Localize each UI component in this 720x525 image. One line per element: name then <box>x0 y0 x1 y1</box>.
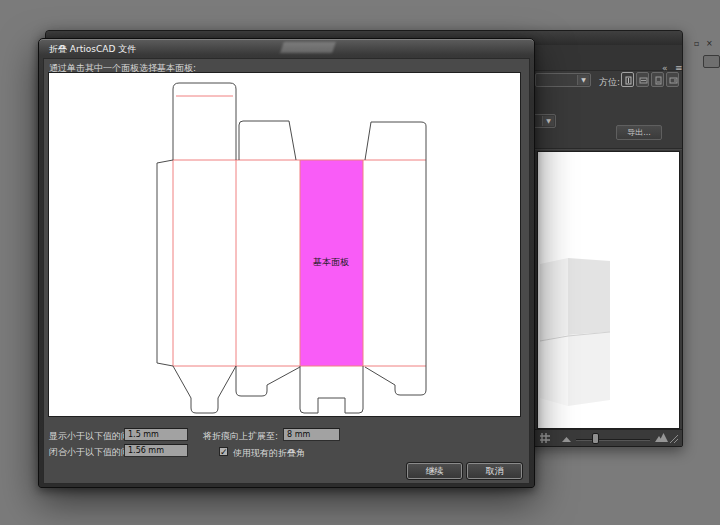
cancel-button[interactable]: 取消 <box>467 463 522 479</box>
orientation-button-1[interactable] <box>621 72 634 87</box>
dieline-drawing: 基本面板 <box>49 73 520 416</box>
base-panel-label: 基本面板 <box>313 257 349 267</box>
style-dropdown[interactable]: ▼ <box>535 73 591 87</box>
dieline-crease-lines <box>173 96 426 366</box>
secondary-dropdown[interactable]: ▼ <box>532 114 556 128</box>
floating-panel-button[interactable] <box>703 55 720 68</box>
mini-window-controls-icon[interactable]: ▫ × <box>694 39 715 48</box>
continue-button[interactable]: 继续 <box>407 463 462 479</box>
desktop: ▫ × « ≡ ▼ 方位: <box>0 0 720 525</box>
preview-3d-box <box>538 152 679 428</box>
use-existing-angles-checkbox[interactable]: ✓ <box>219 447 228 456</box>
expand-creases-label: 将折痕向上扩展至: <box>203 430 278 443</box>
orientation-rotate-right-icon <box>669 76 678 85</box>
show-gaps-input[interactable]: 1.5 mm <box>124 428 188 441</box>
orientation-button-3[interactable] <box>651 72 664 87</box>
chevron-down-icon: ▼ <box>542 116 554 126</box>
export-button[interactable]: 导出... <box>616 125 662 140</box>
orientation-button-2[interactable] <box>636 72 649 87</box>
fold-artioscad-dialog: 折叠 ArtiosCAD 文件 通过单击其中一个面板选择基本面板: <box>38 38 535 488</box>
orientation-landscape-icon <box>639 76 648 85</box>
close-gaps-input[interactable]: 1.56 mm <box>124 444 188 457</box>
dialog-title: 折叠 ArtiosCAD 文件 <box>49 43 136 56</box>
titlebar-sheen <box>280 42 336 53</box>
grid-icon[interactable] <box>540 433 550 443</box>
dieline-cut-lines <box>157 83 426 413</box>
zoom-in-icon[interactable] <box>655 433 668 442</box>
orientation-rotate-left-icon <box>654 76 663 85</box>
use-existing-angles-label: 使用现有的折叠角 <box>233 447 305 460</box>
preview-3d-canvas[interactable] <box>537 151 680 429</box>
orientation-label: 方位: <box>599 76 620 89</box>
zoom-slider-thumb[interactable] <box>592 433 599 444</box>
resize-grip-icon[interactable] <box>668 433 678 443</box>
dialog-body: 通过单击其中一个面板选择基本面板: <box>43 58 530 484</box>
zoom-slider-track[interactable] <box>576 439 650 441</box>
orientation-button-4[interactable] <box>666 72 679 87</box>
expand-creases-input[interactable]: 8 mm <box>283 428 340 441</box>
zoom-out-icon[interactable] <box>562 437 571 442</box>
chevron-down-icon: ▼ <box>577 75 589 85</box>
orientation-portrait-icon <box>624 76 633 85</box>
dieline-canvas[interactable]: 基本面板 <box>48 72 521 417</box>
